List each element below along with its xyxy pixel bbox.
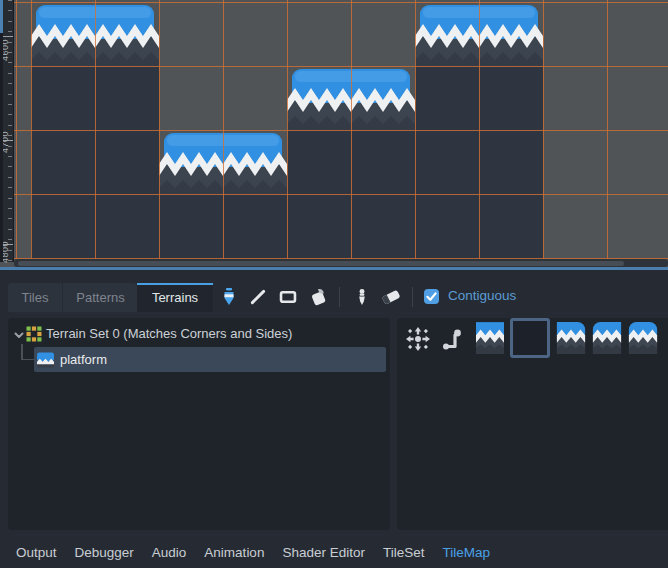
platform-tile [31,2,159,66]
chevron-down-icon[interactable] [14,332,24,339]
terrain-tile-single-cap[interactable] [628,322,658,354]
platform-terrain-label: platform [60,347,107,372]
rect-tool-icon[interactable] [279,288,297,306]
vertical-scrollbar[interactable] [0,0,3,262]
bottom-dock-bar: Output Debugger Audio Animation Shader E… [0,536,668,568]
eraser-tool-icon[interactable] [382,288,400,306]
picker-tool-icon[interactable] [353,288,371,306]
dock-item-output[interactable]: Output [7,545,66,560]
platform-tile [287,66,415,130]
toolbar-separator [412,287,413,307]
tab-terrains[interactable]: Terrains [137,283,213,312]
vertical-scrollbar-grabber[interactable] [0,0,3,33]
dock-item-tileset[interactable]: TileSet [374,545,434,560]
platform-tile [159,130,287,194]
dock-item-tilemap[interactable]: TileMap [433,545,499,560]
dock-item-debugger[interactable]: Debugger [66,545,143,560]
connect-mode-icon[interactable] [405,326,431,352]
dock-item-animation[interactable]: Animation [195,545,273,560]
terrain-set-tree: Terrain Set 0 (Matches Corners and Sides… [8,318,390,530]
terrain-dirt-fill [287,130,415,262]
tab-terrains-label: Terrains [137,283,213,312]
tab-strip: Tiles Patterns [8,283,137,312]
horizontal-scrollbar[interactable] [14,259,668,267]
contiguous-checkbox[interactable] [424,289,439,304]
platform-terrain-icon [37,351,54,368]
terrain-dirt-fill [415,66,543,262]
tree-row-terrain-set[interactable]: Terrain Set 0 (Matches Corners and Sides… [8,322,390,346]
godot-editor: 4600 4700 4800 Tiles Patterns Terrains [0,0,668,568]
paint-tool-icon[interactable] [220,288,238,306]
tree-guide-line [21,344,23,359]
terrain-tile-empty-selected[interactable] [510,318,550,358]
terrain-tile-left-cap[interactable] [592,322,622,354]
line-tool-icon[interactable] [249,288,267,306]
terrain-dirt-fill [159,194,287,262]
dock-item-shader-editor[interactable]: Shader Editor [273,545,374,560]
bucket-fill-tool-icon[interactable] [309,288,327,306]
tilemap-panel: Tiles Patterns Terrains [0,270,668,536]
terrain-tile-palette [397,318,668,530]
dock-item-audio[interactable]: Audio [143,545,196,560]
tree-row-platform-selected[interactable]: platform [34,347,386,372]
tab-patterns[interactable]: Patterns [62,283,138,312]
platform-tile [415,2,543,66]
terrain-set-label: Terrain Set 0 (Matches Corners and Sides… [46,322,292,346]
path-mode-icon[interactable] [439,326,465,352]
check-icon [424,289,439,304]
tab-tiles[interactable]: Tiles [8,283,62,312]
terrain-set-icon [26,326,42,342]
terrain-tile-right-cap[interactable] [556,322,586,354]
terrain-dirt-fill [31,66,159,262]
horizontal-scrollbar-grabber[interactable] [18,261,624,266]
tree-guide-line [21,359,35,361]
terrain-tile-top[interactable] [476,322,504,354]
toolbar-separator [339,287,340,307]
contiguous-label[interactable]: Contiguous [448,284,516,308]
canvas-viewport[interactable]: 4600 4700 4800 [0,0,668,270]
